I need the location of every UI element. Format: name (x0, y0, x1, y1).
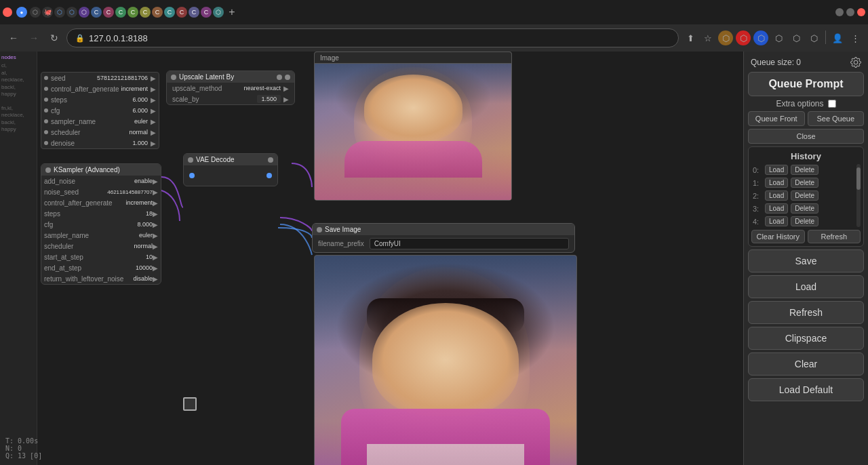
tab-favicon-5: ⬡ (79, 7, 90, 18)
chrome-favicon: ● (16, 7, 27, 18)
load-button[interactable]: Load (748, 275, 864, 298)
generated-image-2 (314, 255, 577, 465)
filename-prefix-input[interactable]: ComfyUI (370, 238, 569, 249)
history-delete-2[interactable]: Delete (791, 190, 818, 201)
upscale-node: Upscale Latent By upscale_method nearest… (166, 70, 295, 105)
image-1-title: Image (314, 52, 512, 64)
refresh-button[interactable]: Refresh (748, 301, 864, 324)
history-row-4: 4: Load Delete (751, 216, 861, 227)
extension-icon-1[interactable]: ⬡ (718, 31, 733, 45)
status-bar: T: 0.00s N: 0 Q: 13 [0] (5, 437, 42, 460)
tab-favicon-2: 🐙 (42, 7, 53, 18)
tab-favicon-1: ⬡ (30, 7, 41, 18)
tab-favicon-8: C (115, 7, 126, 18)
cursor-indicator (183, 397, 197, 411)
generated-image-1 (314, 52, 512, 201)
clear-history-button[interactable]: Clear History (751, 230, 805, 243)
puzzle-icon[interactable]: ⬡ (806, 31, 821, 45)
clear-button[interactable]: Clear (748, 352, 864, 376)
history-delete-1[interactable]: Delete (791, 178, 818, 188)
extension-icon-4[interactable]: ⬡ (771, 31, 786, 45)
save-image-node: Save Image filename_prefix ComfyUI (312, 223, 575, 253)
queue-prompt-button[interactable]: Queue Prompt (748, 72, 864, 96)
tab-favicon-12: C (164, 7, 175, 18)
ksampler-node: KSampler (Advanced) add_noise enable ▶ n… (41, 163, 161, 285)
window-close[interactable] (857, 8, 865, 16)
tab-favicon-13: C (176, 7, 187, 18)
see-queue-button[interactable]: See Queue (808, 111, 865, 126)
history-row-1: 1: Load Delete (751, 177, 861, 188)
tab-favicon-14: C (189, 7, 199, 18)
tab-favicon-3: ⬡ (54, 7, 65, 18)
extension-icon-3[interactable]: ⬡ (753, 31, 768, 45)
history-delete-4[interactable]: Delete (791, 216, 818, 226)
tab-favicon-9: C (127, 7, 138, 18)
tab-favicon-10: C (140, 7, 151, 18)
tab-favicon-6: C (91, 7, 102, 18)
tab-favicon-11: C (152, 7, 163, 18)
url-text: 127.0.0.1:8188 (89, 33, 148, 43)
extra-options-checkbox[interactable] (828, 100, 836, 108)
divider-1 (825, 31, 826, 44)
vae-node: VAE Decode (183, 153, 278, 186)
profile-icon[interactable]: 👤 (830, 31, 845, 45)
close-button[interactable]: Close (748, 129, 864, 144)
history-delete-0[interactable]: Delete (791, 165, 818, 175)
history-row-2: 2: Load Delete (751, 190, 861, 201)
menu-icon[interactable]: ⋮ (848, 31, 863, 45)
new-tab-button[interactable]: + (225, 5, 239, 19)
queue-size-label: Queue size: 0 (751, 58, 801, 67)
tab-favicon-7: C (103, 7, 114, 18)
address-bar[interactable]: 🔒 127.0.0.1:8188 (66, 28, 679, 47)
history-row-3: 3: Load Delete (751, 203, 861, 214)
tab-favicon-15: C (201, 7, 212, 18)
extension-icon-2[interactable]: ⬡ (736, 31, 751, 45)
history-delete-3[interactable]: Delete (791, 203, 818, 214)
left-mini-nodes: nodes cl, al, necklace, backl, happy fn,… (0, 52, 37, 136)
right-panel: Queue size: 0 Queue Prompt Extra options… (743, 52, 868, 465)
lock-icon: 🔒 (75, 34, 85, 43)
tab-favicon-16: ⬡ (213, 7, 224, 18)
history-load-3[interactable]: Load (765, 203, 788, 214)
settings-icon[interactable] (850, 57, 861, 68)
bookmark-icon[interactable]: ☆ (701, 31, 715, 45)
back-button[interactable]: ← (5, 30, 22, 46)
queue-front-button[interactable]: Queue Front (748, 111, 805, 126)
load-default-button[interactable]: Load Default (748, 378, 864, 401)
tab-close-button[interactable]: × (3, 7, 12, 17)
history-load-4[interactable]: Load (765, 216, 788, 226)
history-row-0: 0: Load Delete (751, 164, 861, 176)
tab-favicon-4: ⬡ (66, 7, 77, 18)
reload-button[interactable]: ↻ (46, 30, 62, 46)
forward-button[interactable]: → (26, 30, 42, 46)
history-load-0[interactable]: Load (765, 165, 788, 175)
share-icon[interactable]: ⬆ (683, 31, 698, 45)
save-button[interactable]: Save (748, 249, 864, 272)
window-minimize[interactable] (835, 8, 844, 16)
history-load-2[interactable]: Load (765, 190, 788, 201)
clipspace-button[interactable]: Clipspace (748, 327, 864, 350)
history-title: History (751, 150, 861, 164)
history-load-1[interactable]: Load (765, 178, 788, 188)
window-maximize[interactable] (846, 8, 854, 16)
extra-options-label: Extra options (776, 99, 823, 108)
refresh-history-button[interactable]: Refresh (808, 230, 861, 243)
extension-icon-5[interactable]: ⬡ (789, 31, 804, 45)
seed-node: seed 578122121881706 ▶ control_after_gen… (41, 72, 159, 149)
